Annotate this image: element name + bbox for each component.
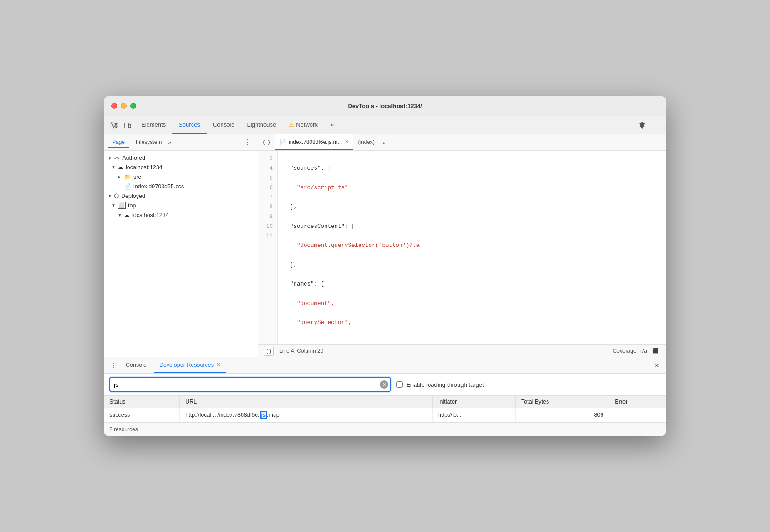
right-panel: { } 📄 index.7808df6e.js.m... ✕ (index) »… [258,134,666,357]
main-content: Page Filesystem » ⋮ ▼ <> Authored [104,134,666,357]
minimize-button[interactable] [121,103,127,109]
url-text-after: .map [267,412,280,418]
format-code-button[interactable]: { } [260,136,273,149]
cell-initiator: http://lo... [433,408,516,422]
col-header-bytes: Total Bytes [516,396,609,408]
cloud-icon-deployed: ☁ [124,212,130,218]
tree-item-deployed[interactable]: ▼ ⬡ Deployed [104,191,258,201]
bottom-tab-close-dev-resources[interactable]: ✕ [217,362,221,368]
tree-label-localhost-authored: localhost:1234 [126,164,163,171]
table-header: Status URL Initiator Total Bytes Error [104,396,666,408]
editor-tab-more[interactable]: » [379,139,390,146]
enable-loading-container: Enable loading through target [396,381,484,388]
pretty-print-button[interactable]: { } [264,346,274,356]
bottom-tab-dev-resources[interactable]: Developer Resources ✕ [154,357,226,373]
cell-bytes: 806 [516,408,609,422]
col-header-status: Status [104,396,180,408]
left-panel-tabs: Page Filesystem » ⋮ [104,134,258,151]
tab-sources[interactable]: Sources [172,116,207,134]
maximize-button[interactable] [130,103,136,109]
editor-status-bar: { } Line 4, Column 20 Coverage: n/a ⬛ [258,344,666,357]
window-controls [111,103,136,109]
coverage-screenshot-button[interactable]: ⬛ [651,346,661,356]
editor-tabs: { } 📄 index.7808df6e.js.m... ✕ (index) » [258,134,666,151]
cloud-icon-authored: ☁ [118,164,123,171]
coverage-status: Coverage: n/a ⬛ [613,346,661,356]
bottom-tab-console[interactable]: Console [120,357,152,373]
cell-status: success [104,408,180,422]
settings-icon[interactable] [635,119,648,132]
url-text-before: http://local... /index.7808df6e. [185,412,259,418]
toolbar-right: ⋮ [635,119,662,132]
devtools-window: DevTools - localhost:1234/ Elements Sour… [104,96,666,436]
bottom-tabs: ⋮ Console Developer Resources ✕ ✕ [104,357,666,374]
url-js-highlight: js [260,411,267,419]
close-all-panels-button[interactable]: ✕ [652,360,662,371]
cursor-position: Line 4, Column 20 [279,348,323,354]
enable-loading-checkbox[interactable] [396,381,403,388]
search-clear-button[interactable]: ✕ [380,380,388,389]
svg-rect-1 [125,123,129,128]
tab-elements[interactable]: Elements [135,116,172,134]
bottom-tab-dots[interactable]: ⋮ [108,360,118,371]
top-toolbar: Elements Sources Console Lighthouse ⚠ Ne… [104,116,666,134]
tab-lighthouse[interactable]: Lighthouse [241,116,283,134]
file-icon: 📄 [279,139,286,145]
tree-label-css: index.d9703d55.css [133,183,184,190]
svg-rect-2 [129,124,131,128]
tree-item-localhost-authored[interactable]: ▼ ☁ localhost:1234 [104,163,258,172]
format-braces-icon: { } [262,140,271,145]
resources-count: 2 resources [109,426,138,433]
line-numbers: 3 4 5 6 7 8 9 10 11 [258,151,278,344]
main-tab-bar: Elements Sources Console Lighthouse ⚠ Ne… [135,116,634,134]
tree-item-top[interactable]: ▼ ⬜ top [104,201,258,210]
tree-arrow-localhost-authored: ▼ [111,165,118,170]
left-tab-filesystem[interactable]: Filesystem [131,137,166,148]
tree-label-localhost-deployed: localhost:1234 [132,212,169,218]
tree-arrow-src: ▶ [118,174,124,179]
bottom-panel: ⋮ Console Developer Resources ✕ ✕ ✕ Enab… [104,357,666,436]
tree-label-deployed: Deployed [121,193,145,199]
tree-label-top: top [128,202,136,209]
tab-console[interactable]: Console [207,116,241,134]
tab-network[interactable]: ⚠ Network [282,116,324,134]
inspect-icon[interactable] [108,119,120,132]
tree-arrow-authored: ▼ [108,156,114,161]
network-warn-icon: ⚠ [289,121,294,128]
enable-loading-label: Enable loading through target [406,381,484,388]
tree-item-css[interactable]: ▶ 📄 index.d9703d55.css [104,182,258,191]
left-panel-menu-button[interactable]: ⋮ [242,137,254,148]
search-row: ✕ Enable loading through target [104,374,666,396]
search-input[interactable] [109,377,391,392]
tree-arrow-top: ▼ [111,203,118,208]
col-header-initiator: Initiator [433,396,516,408]
title-bar: DevTools - localhost:1234/ [104,96,666,116]
col-header-error: Error [609,396,666,408]
table-row[interactable]: success http://local... /index.7808df6e.… [104,408,666,422]
code-content: "sources": [ "src/script.ts" ], "sources… [278,151,666,344]
tree-label-authored: Authored [122,155,145,161]
code-editor[interactable]: 3 4 5 6 7 8 9 10 11 "sources": [ "src/sc… [258,151,666,344]
more-options-icon[interactable]: ⋮ [650,119,662,132]
tab-more[interactable]: » [324,116,340,134]
search-container: ✕ [109,377,391,392]
window-title: DevTools - localhost:1234/ [348,103,422,109]
tree-arrow-localhost-deployed: ▼ [118,212,124,217]
editor-tab-sourcemap[interactable]: 📄 index.7808df6e.js.m... ✕ [275,134,353,150]
tree-arrow-deployed: ▼ [108,193,114,198]
css-file-icon: 📄 [124,183,131,190]
tree-item-authored[interactable]: ▼ <> Authored [104,153,258,163]
editor-tab-close-sourcemap[interactable]: ✕ [345,139,349,144]
left-tab-more[interactable]: » [168,139,171,146]
more-vert-icon: ⋮ [653,122,659,129]
editor-tab-index[interactable]: (index) [353,134,379,150]
cell-error [609,408,666,422]
close-button[interactable] [111,103,117,109]
device-toolbar-icon[interactable] [121,119,134,132]
tree-item-localhost-deployed[interactable]: ▼ ☁ localhost:1234 [104,210,258,220]
left-tab-page[interactable]: Page [108,137,129,148]
tree-label-src: src [133,174,141,180]
resources-data-table: Status URL Initiator Total Bytes Error s… [104,396,666,422]
tree-item-src[interactable]: ▶ 📁 src [104,172,258,182]
resources-table: Status URL Initiator Total Bytes Error s… [104,396,666,422]
